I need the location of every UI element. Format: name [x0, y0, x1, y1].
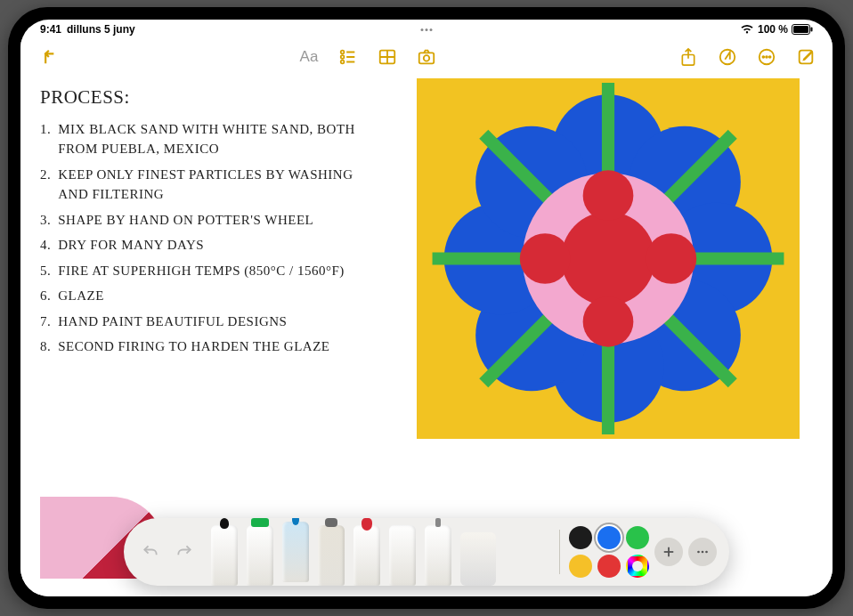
svg-point-39: [520, 233, 571, 284]
svg-point-42: [697, 551, 700, 554]
svg-point-44: [705, 551, 708, 554]
tool-strip: [204, 518, 550, 586]
color-red[interactable]: [597, 555, 621, 578]
color-black[interactable]: [569, 526, 592, 549]
list-item: 1.Mix black sand with white sand, both f…: [40, 119, 361, 159]
ipad-device-frame: 9:41 dilluns 5 juny 100 %: [8, 7, 845, 609]
flower-drawing: [417, 78, 800, 439]
crayon-tool[interactable]: [318, 525, 345, 586]
status-bar: 9:41 dilluns 5 juny 100 %: [20, 20, 833, 39]
list-item: 4.Dry for many days: [40, 235, 361, 255]
list-item: 7.Hand paint beautiful designs: [40, 312, 361, 332]
svg-point-35: [561, 212, 654, 305]
svg-point-18: [766, 56, 768, 58]
redo-button[interactable]: [170, 538, 199, 566]
svg-point-5: [341, 55, 345, 59]
brush-tool[interactable]: [353, 525, 380, 586]
list-item: 2.Keep only finest particles by washing …: [40, 165, 361, 205]
list-item: 6.Glaze: [40, 286, 361, 306]
markup-toolbar[interactable]: [124, 518, 729, 586]
svg-point-3: [341, 51, 345, 54]
svg-point-38: [583, 296, 634, 347]
collapse-fullscreen-icon[interactable]: [35, 45, 60, 69]
svg-point-13: [424, 55, 429, 61]
svg-rect-1: [793, 26, 808, 33]
undo-button[interactable]: [136, 538, 165, 566]
share-button[interactable]: [676, 45, 701, 69]
status-date: dilluns 5 juny: [67, 23, 135, 36]
svg-point-36: [583, 170, 634, 221]
table-button[interactable]: [375, 45, 400, 69]
svg-point-19: [769, 56, 771, 58]
list-item: 5.Fire at superhigh temps (850°C / 1560°…: [40, 261, 361, 281]
compose-button[interactable]: [793, 45, 818, 69]
toolbar-separator: [559, 530, 560, 574]
ruler-tool[interactable]: [460, 532, 496, 586]
camera-button[interactable]: [414, 45, 439, 69]
wifi-icon: [740, 24, 754, 35]
lasso-tool[interactable]: [425, 525, 451, 586]
svg-rect-12: [419, 53, 435, 63]
color-palette: [569, 526, 649, 578]
svg-point-37: [646, 233, 697, 284]
battery-icon: [792, 24, 813, 35]
color-picker-button[interactable]: [626, 555, 649, 578]
multitask-dots-icon[interactable]: [421, 28, 433, 31]
battery-percent: 100 %: [758, 23, 788, 36]
color-yellow[interactable]: [569, 555, 592, 578]
svg-point-17: [762, 56, 764, 58]
color-blue[interactable]: [597, 526, 621, 549]
pencil-tool[interactable]: [282, 522, 309, 582]
eraser-tool[interactable]: [389, 525, 416, 586]
marker-tool[interactable]: [247, 525, 273, 586]
status-time: 9:41: [40, 23, 61, 36]
list-item: 3.Shape by hand on potter's wheel: [40, 210, 361, 231]
text-format-button[interactable]: Aa: [297, 45, 321, 69]
svg-rect-2: [811, 28, 813, 32]
list-item: 8.Second firing to harden the glaze: [40, 336, 361, 357]
more-button[interactable]: [754, 45, 779, 69]
notes-toolbar: Aa: [20, 39, 833, 75]
markup-more-button[interactable]: [688, 538, 717, 566]
screen: 9:41 dilluns 5 juny 100 %: [20, 20, 833, 596]
pen-tool[interactable]: [211, 525, 238, 586]
checklist-button[interactable]: [336, 45, 361, 69]
handwriting-mode-button[interactable]: [715, 45, 740, 69]
process-list: 1.Mix black sand with white sand, both f…: [40, 119, 361, 357]
add-tool-button[interactable]: [654, 538, 683, 566]
color-green[interactable]: [626, 526, 649, 549]
svg-point-7: [341, 61, 345, 64]
svg-point-43: [702, 551, 704, 554]
